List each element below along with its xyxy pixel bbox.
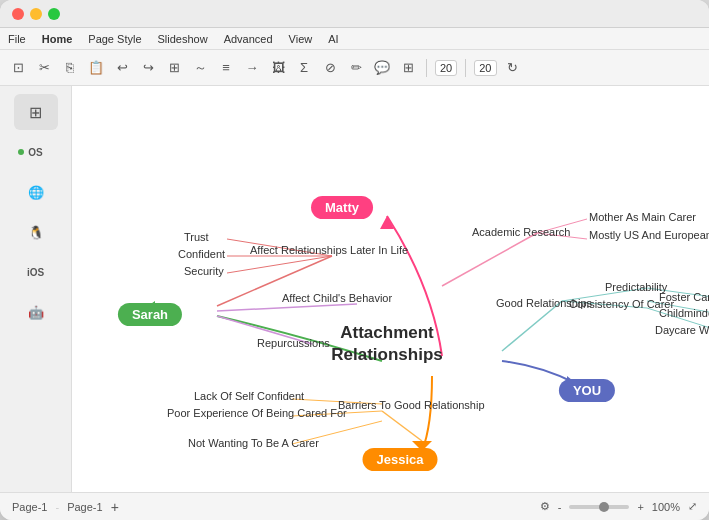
zoom-plus-icon[interactable]: + [637, 501, 643, 513]
sidebar-item-linux[interactable]: 🐧 [14, 214, 58, 250]
node-jessica[interactable]: Jessica [363, 448, 438, 471]
page-tab-1[interactable]: Page-1 [12, 501, 47, 513]
menubar: File Home Page Style Slideshow Advanced … [0, 28, 709, 50]
label-affect-child: Affect Child's Behavior [282, 292, 392, 304]
label-barriers: Barriers To Good Relationship [338, 398, 485, 412]
svg-line-4 [217, 304, 357, 311]
toolbar-draw[interactable]: ✏ [346, 58, 366, 78]
toolbar-insert[interactable]: ⊞ [164, 58, 184, 78]
label-lack-confidence: Lack Of Self Confident [194, 390, 304, 402]
toolbar-refresh[interactable]: ↻ [503, 58, 523, 78]
toolbar-paste[interactable]: 📋 [86, 58, 106, 78]
titlebar [0, 0, 709, 28]
svg-marker-20 [380, 216, 394, 229]
toolbar-copy[interactable]: ⎘ [60, 58, 80, 78]
label-confident: Confident [178, 248, 225, 260]
toolbar-divider-1 [426, 59, 427, 77]
label-academic-research: Academic Research [472, 226, 570, 238]
toolbar-comment[interactable]: 💬 [372, 58, 392, 78]
maximize-button[interactable] [48, 8, 60, 20]
menu-slideshow[interactable]: Slideshow [158, 33, 208, 45]
node-sarah[interactable]: Sarah [118, 303, 182, 326]
toolbar-table[interactable]: ⊞ [398, 58, 418, 78]
label-poor-experience: Poor Experience Of Being Cared For [167, 407, 347, 419]
menu-file[interactable]: File [8, 33, 26, 45]
toolbar: ⊡ ✂ ⎘ 📋 ↩ ↪ ⊞ ～ ≡ → 🖼 Σ ⊘ ✏ 💬 ⊞ 20 20 ↻ [0, 50, 709, 86]
sidebar-item-grid[interactable]: ⊞ [14, 94, 58, 130]
label-repurcussions: Repurcussions [257, 337, 330, 349]
sidebar-item-os[interactable]: OS [14, 134, 58, 170]
toolbar-num1[interactable]: 20 [435, 60, 457, 76]
menu-advanced[interactable]: Advanced [224, 33, 273, 45]
expand-icon[interactable]: ⤢ [688, 500, 697, 513]
close-button[interactable] [12, 8, 24, 20]
label-security: Security [184, 265, 224, 277]
toolbar-cut[interactable]: ✂ [34, 58, 54, 78]
label-mother-carer: Mother As Main Carer [589, 211, 696, 223]
page-num: Page-1 [67, 501, 102, 513]
zoom-minus-icon[interactable]: - [558, 501, 562, 513]
menu-view[interactable]: View [289, 33, 313, 45]
canvas[interactable]: Attachment Relationships Matty Sarah Jes… [72, 86, 709, 492]
add-page-button[interactable]: + [111, 499, 119, 515]
node-matty[interactable]: Matty [311, 196, 373, 219]
page-label: Page-1 [12, 501, 47, 513]
zoom-slider[interactable] [569, 505, 629, 509]
settings-icon[interactable]: ⚙ [540, 500, 550, 513]
center-node: Attachment Relationships [317, 322, 457, 366]
sidebar-item-android[interactable]: 🤖 [14, 294, 58, 330]
label-affect-relationships: Affect Relationships Later In Life [250, 244, 408, 256]
label-predictability: Predictability [605, 281, 667, 293]
toolbar-wave[interactable]: ～ [190, 58, 210, 78]
main-area: ⊞ OS 🌐 🐧 iOS 🤖 [0, 86, 709, 492]
toolbar-select[interactable]: ⊡ [8, 58, 28, 78]
statusbar: Page-1 - Page-1 + ⚙ - + 100% ⤢ [0, 492, 709, 520]
toolbar-formula[interactable]: Σ [294, 58, 314, 78]
toolbar-undo[interactable]: ↩ [112, 58, 132, 78]
toolbar-image[interactable]: 🖼 [268, 58, 288, 78]
zoom-level: 100% [652, 501, 680, 513]
sidebar-item-ios[interactable]: iOS [14, 254, 58, 290]
label-trust: Trust [184, 231, 209, 243]
page-divider: - [55, 501, 59, 513]
label-childminder: Childminder [659, 307, 709, 319]
menu-ai[interactable]: AI [328, 33, 338, 45]
toolbar-divider-2 [465, 59, 466, 77]
toolbar-num2[interactable]: 20 [474, 60, 496, 76]
zoom-thumb[interactable] [599, 502, 609, 512]
menu-pagestyle[interactable]: Page Style [88, 33, 141, 45]
label-daycare-workers: Daycare Workers [655, 324, 709, 336]
minimize-button[interactable] [30, 8, 42, 20]
label-mostly-us: Mostly US And European [589, 229, 709, 241]
toolbar-redo[interactable]: ↪ [138, 58, 158, 78]
label-foster-carers: Foster Carers [659, 291, 709, 303]
label-not-wanting: Not Wanting To Be A Carer [188, 437, 319, 449]
menu-home[interactable]: Home [42, 33, 73, 45]
toolbar-arrow[interactable]: → [242, 58, 262, 78]
toolbar-list[interactable]: ≡ [216, 58, 236, 78]
statusbar-right: ⚙ - + 100% ⤢ [540, 500, 697, 513]
sidebar: ⊞ OS 🌐 🐧 iOS 🤖 [0, 86, 72, 492]
svg-line-3 [227, 256, 332, 273]
svg-line-15 [382, 411, 422, 441]
sidebar-item-globe[interactable]: 🌐 [14, 174, 58, 210]
node-you[interactable]: YOU [559, 379, 615, 402]
toolbar-link[interactable]: ⊘ [320, 58, 340, 78]
app-window: File Home Page Style Slideshow Advanced … [0, 0, 709, 520]
svg-line-6 [442, 233, 537, 286]
